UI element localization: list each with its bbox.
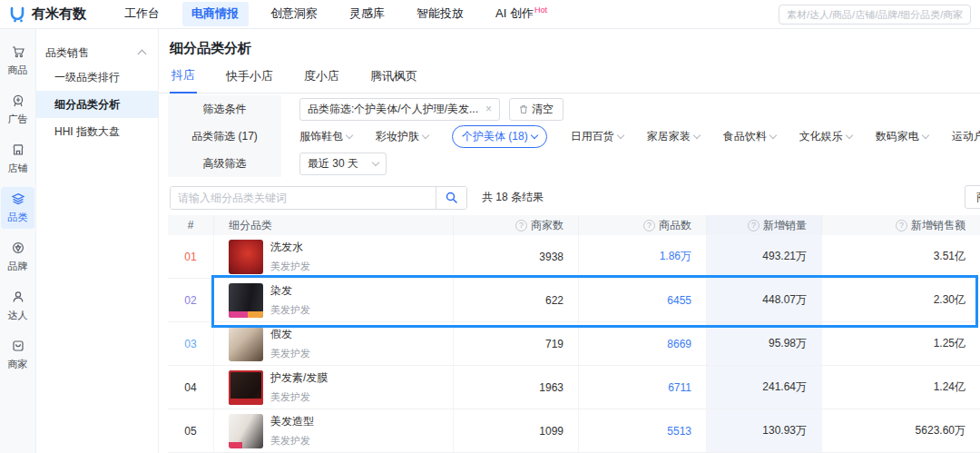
result-count: 共 18 条结果 xyxy=(482,190,544,205)
trash-icon xyxy=(519,104,528,114)
platform-tab[interactable]: 快手小店 xyxy=(224,68,275,93)
platform-tab[interactable]: 抖店 xyxy=(170,67,197,94)
active-filter-tag-label: 品类筛选:个护美体/个人护理/美发... xyxy=(308,102,478,117)
category-chip[interactable]: 家居家装 xyxy=(647,129,700,144)
rail-item[interactable]: 商家 xyxy=(0,334,35,376)
chevron-down-icon xyxy=(372,158,379,165)
table-row[interactable]: 04 护发素/发膜 美发护发 1963 6711 2 xyxy=(168,366,980,409)
subcategory-name[interactable]: 美发造型 xyxy=(270,414,314,429)
keyword-search-button[interactable] xyxy=(436,187,466,209)
table-row[interactable]: 03 假发 美发护发 719 8669 95.98万 xyxy=(168,322,980,366)
category-chip[interactable]: 文化娱乐 xyxy=(799,129,852,144)
header-new-sales-volume[interactable]: ? 新增销量 xyxy=(706,215,821,235)
product-thumbnail[interactable] xyxy=(229,327,263,361)
clipped-right-button[interactable]: 商 xyxy=(965,185,980,209)
filter-conditions-label: 筛选条件 xyxy=(168,95,281,123)
rail-item[interactable]: 品类 xyxy=(1,187,34,229)
rail-item[interactable]: 品牌 xyxy=(0,236,35,278)
rail-item[interactable]: 商品 xyxy=(0,40,35,82)
top-nav-item[interactable]: 智能投放 xyxy=(407,2,474,25)
table-row[interactable]: 01 洗发水 美发护发 3938 1.86万 493 xyxy=(168,235,980,279)
table-header-row: # 细分品类 ? 商家数 ? 商品数 ? 新增销量 ? xyxy=(168,215,980,235)
header-rank: # xyxy=(168,215,213,235)
product-count-link[interactable]: 6455 xyxy=(578,279,706,321)
app-logo[interactable]: 有米有数 xyxy=(9,5,86,24)
product-thumbnail[interactable] xyxy=(229,370,263,405)
product-thumbnail[interactable] xyxy=(229,283,263,318)
sidebar-group-label: 品类销售 xyxy=(45,45,89,61)
new-sales-amount: 1.25亿 xyxy=(821,322,980,365)
category-chip[interactable]: 日用百货 xyxy=(571,129,623,144)
product-count-link[interactable]: 1.86万 xyxy=(578,235,706,278)
parent-category: 美发护发 xyxy=(270,303,310,317)
category-chip[interactable]: 服饰鞋包 xyxy=(299,129,352,144)
product-thumbnail[interactable] xyxy=(229,414,263,448)
top-nav-item-label: 电商情报 xyxy=(191,7,239,21)
chevron-down-icon xyxy=(422,131,429,138)
new-sales-volume: 448.07万 xyxy=(706,279,821,321)
product-count-link[interactable]: 6711 xyxy=(578,366,706,409)
merchant-count: 3938 xyxy=(453,235,578,278)
date-range-select[interactable]: 最近 30 天 xyxy=(299,153,387,175)
chevron-down-icon xyxy=(692,131,700,138)
logo-icon xyxy=(9,5,27,24)
clear-filters-label: 清空 xyxy=(532,102,554,117)
ad-icon xyxy=(11,94,25,111)
rank-number: 02 xyxy=(184,294,196,307)
rail-item[interactable]: 广告 xyxy=(0,89,35,131)
top-nav-item[interactable]: 工作台 xyxy=(115,2,170,25)
help-icon[interactable]: ? xyxy=(748,220,760,231)
new-sales-amount: 5623.60万 xyxy=(821,409,980,452)
parent-category: 美发护发 xyxy=(270,347,310,360)
top-nav-item[interactable]: 灵感库 xyxy=(340,2,395,25)
help-icon[interactable]: ? xyxy=(643,220,655,231)
product-count-link[interactable]: 5513 xyxy=(578,409,706,452)
logo-text: 有米有数 xyxy=(32,5,86,23)
sidebar-item[interactable]: 细分品类分析 xyxy=(36,91,158,118)
new-sales-volume: 95.98万 xyxy=(706,322,821,365)
category-chip-label: 数码家电 xyxy=(876,129,919,144)
help-icon[interactable]: ? xyxy=(896,220,907,231)
table-row[interactable]: 02 染发 美发护发 622 6455 448.07 xyxy=(168,279,980,322)
subcategory-name[interactable]: 护发素/发膜 xyxy=(270,370,328,386)
header-new-sales-amount[interactable]: ? 新增销售额 xyxy=(821,215,980,235)
category-chip[interactable]: 运动户外 xyxy=(952,129,980,144)
category-chip[interactable]: 彩妆护肤 xyxy=(376,129,428,144)
subcategory-name[interactable]: 染发 xyxy=(270,283,310,299)
top-nav-item[interactable]: AI 创作Hot xyxy=(486,2,556,25)
global-search-input[interactable] xyxy=(779,5,971,25)
header-merchant-count[interactable]: ? 商家数 xyxy=(453,215,578,235)
rail-item-label: 品牌 xyxy=(8,260,28,273)
clear-filters-button[interactable]: 清空 xyxy=(509,98,564,121)
hot-badge: Hot xyxy=(534,5,547,15)
icon-rail: 商品 广告 店铺 品类 品牌 达人 商家 xyxy=(0,29,36,453)
new-sales-amount: 1.24亿 xyxy=(821,366,980,409)
keyword-search-input[interactable] xyxy=(171,187,436,209)
sidebar-group-category-sales[interactable]: 品类销售 xyxy=(36,42,158,64)
category-chip[interactable]: 食品饮料 xyxy=(723,129,776,144)
help-icon[interactable]: ? xyxy=(515,220,527,231)
rail-item[interactable]: 达人 xyxy=(0,285,35,327)
rail-item[interactable]: 店铺 xyxy=(0,138,35,180)
table-row[interactable]: 05 美发造型 美发护发 1099 5513 130 xyxy=(168,409,980,453)
keyword-search-group xyxy=(170,186,467,210)
category-chip[interactable]: 个护美体 (18) xyxy=(452,125,547,148)
top-nav-item[interactable]: 电商情报 xyxy=(182,2,249,25)
header-product-count[interactable]: ? 商品数 xyxy=(578,215,706,235)
top-nav-item[interactable]: 创意洞察 xyxy=(261,2,328,25)
category-chip[interactable]: 数码家电 xyxy=(876,129,928,144)
platform-tab[interactable]: 度小店 xyxy=(302,68,341,93)
rail-item-label: 店铺 xyxy=(8,162,28,175)
top-nav-item-label: 工作台 xyxy=(124,7,160,21)
remove-tag-icon[interactable]: × xyxy=(485,103,492,115)
product-thumbnail[interactable] xyxy=(229,240,263,274)
platform-tab[interactable]: 腾讯枫页 xyxy=(368,68,419,93)
new-sales-volume: 241.64万 xyxy=(706,366,821,409)
sidebar-item[interactable]: HHI 指数大盘 xyxy=(36,118,158,145)
sidebar-item[interactable]: 一级品类排行 xyxy=(36,64,158,91)
product-count-link[interactable]: 8669 xyxy=(578,322,706,365)
active-filter-tag[interactable]: 品类筛选:个护美体/个人护理/美发... × xyxy=(299,98,500,121)
subcategory-name[interactable]: 假发 xyxy=(270,327,310,342)
subcategory-name[interactable]: 洗发水 xyxy=(270,240,310,255)
person-icon xyxy=(11,290,25,307)
